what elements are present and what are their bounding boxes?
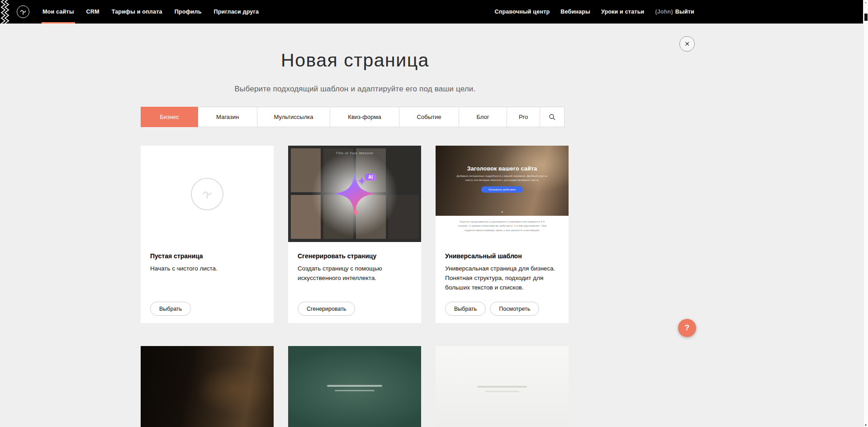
universal-preview[interactable]: Заголовок вашего сайта Добавьте интересн…	[436, 146, 569, 242]
select-button[interactable]: Выбрать	[445, 302, 486, 316]
generate-button[interactable]: Сгенерировать	[298, 302, 355, 316]
logout-link[interactable]: Выйти	[675, 9, 694, 15]
card-ai-generate: Title of Your Website AI Сгенерировать с…	[288, 146, 421, 323]
card-universal-template: Заголовок вашего сайта Добавьте интересн…	[436, 146, 569, 323]
preview-body-text: Коротко представьтесь и расскажите о ком…	[436, 216, 569, 242]
blank-page-preview[interactable]	[141, 146, 274, 242]
tab-multilink[interactable]: Мультиссылка	[257, 107, 330, 127]
card-template-6	[436, 346, 569, 427]
preview-cta-button: Основное действие	[481, 186, 523, 193]
nav-crm[interactable]: CRM	[86, 0, 100, 24]
tab-event[interactable]: Событие	[399, 107, 459, 127]
preview-text-line	[477, 386, 527, 388]
chevron-down-icon: ⌄	[436, 208, 569, 214]
ai-preview[interactable]: Title of Your Website AI	[288, 146, 421, 242]
close-button[interactable]: ✕	[679, 36, 695, 52]
nav-webinars[interactable]: Вебинары	[560, 0, 590, 24]
search-icon	[549, 114, 556, 121]
nav-my-sites[interactable]: Мои сайты	[43, 0, 74, 24]
card-title: Универсальный шаблон	[445, 252, 561, 260]
preview-heading: Заголовок вашего сайта	[436, 146, 569, 172]
tab-search[interactable]	[540, 107, 564, 127]
preview-text-line	[327, 385, 382, 387]
card-template-4	[141, 346, 274, 427]
question-icon: ?	[685, 323, 689, 332]
scrollbar[interactable]: ▲ ▼	[863, 0, 868, 427]
tab-blog[interactable]: Блог	[459, 107, 507, 127]
card-actions: Выбрать	[150, 302, 191, 316]
card-description: Создать страницу с помощью искусственног…	[298, 264, 414, 283]
nav-tariffs[interactable]: Тарифы и оплата	[112, 0, 162, 24]
preview-subheading: Добавьте интересные подробности о вашей …	[454, 174, 550, 182]
template-preview-light[interactable]	[436, 346, 569, 427]
ai-preview-site-title: Title of Your Website	[288, 151, 421, 155]
secondary-nav: Справочный центр Вебинары Уроки и статьи…	[495, 0, 695, 24]
preview-text-line	[485, 391, 519, 392]
template-preview-dark[interactable]	[141, 346, 274, 427]
tilda-logo[interactable]	[17, 5, 29, 18]
tab-shop[interactable]: Магазин	[198, 107, 257, 127]
close-icon: ✕	[684, 40, 690, 47]
ai-badge: AI	[365, 174, 376, 180]
nav-lessons[interactable]: Уроки и статьи	[601, 0, 644, 24]
card-actions: Сгенерировать	[298, 302, 355, 316]
nav-help-center[interactable]: Справочный центр	[495, 0, 550, 24]
user-logout[interactable]: (John) Выйти	[655, 0, 694, 24]
top-navbar: Мои сайты CRM Тарифы и оплата Профиль Пр…	[0, 0, 868, 24]
page-title: Новая страница	[0, 50, 710, 71]
preview-button[interactable]: Посмотреть	[490, 302, 539, 316]
nav-profile[interactable]: Профиль	[175, 0, 202, 24]
tilde-icon	[18, 7, 28, 17]
card-title: Сгенерировать страницу	[298, 252, 414, 260]
nav-invite-friend[interactable]: Пригласи друга	[214, 0, 259, 24]
card-template-5	[288, 346, 421, 427]
select-button[interactable]: Выбрать	[150, 302, 191, 316]
user-name: (John)	[655, 9, 673, 15]
scrollbar-thumb[interactable]	[864, 14, 868, 21]
tilde-icon	[199, 186, 215, 202]
scroll-down-arrow-icon[interactable]: ▼	[863, 424, 868, 427]
template-category-tabs: Бизнес Магазин Мультиссылка Квиз-форма С…	[141, 107, 568, 127]
zigzag-pattern-icon	[0, 0, 10, 24]
page-subtitle: Выберите подходящий шаблон и адаптируйте…	[0, 85, 710, 94]
tilda-watermark	[191, 178, 223, 210]
preview-text-line	[335, 390, 375, 391]
template-preview-teal[interactable]	[288, 346, 421, 427]
scroll-up-arrow-icon[interactable]: ▲	[863, 1, 868, 4]
template-grid: Пустая страница Начать с чистого листа. …	[141, 146, 569, 427]
card-description: Универсальная страница для бизнеса. Поня…	[445, 264, 561, 293]
card-actions: Выбрать Посмотреть	[445, 302, 539, 316]
card-description: Начать с чистого листа.	[150, 264, 266, 274]
ai-sparkle-icon	[288, 146, 421, 242]
tab-business[interactable]: Бизнес	[141, 107, 198, 127]
card-blank-page: Пустая страница Начать с чистого листа. …	[141, 146, 274, 323]
tab-pro[interactable]: Pro	[507, 107, 540, 127]
main-nav: Мои сайты CRM Тарифы и оплата Профиль Пр…	[43, 0, 259, 24]
app-window: Мои сайты CRM Тарифы и оплата Профиль Пр…	[0, 0, 868, 427]
universal-preview-hero: Заголовок вашего сайта Добавьте интересн…	[436, 146, 569, 216]
tab-quiz[interactable]: Квиз-форма	[330, 107, 399, 127]
card-title: Пустая страница	[150, 252, 266, 260]
help-button[interactable]: ?	[678, 319, 696, 337]
